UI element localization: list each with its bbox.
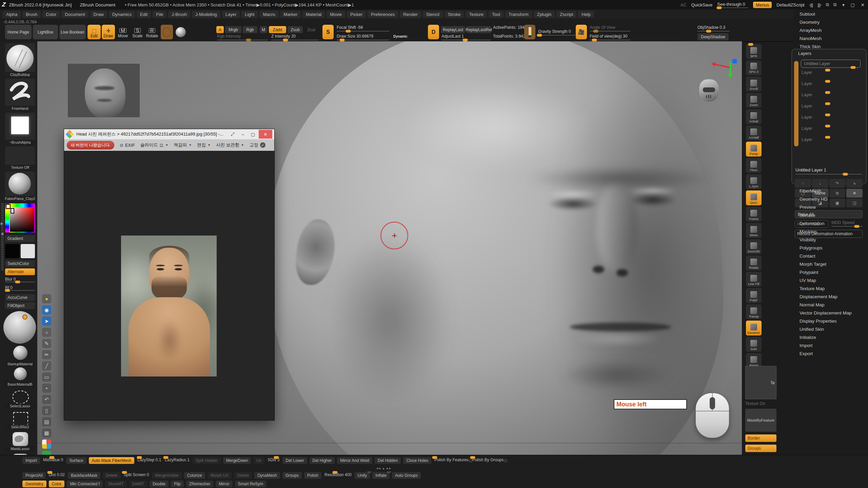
palette-section[interactable]: Masking [793,228,868,236]
replay-last-button[interactable]: ReplayLast [441,26,465,33]
menu-item[interactable]: File [153,11,166,18]
live-boolean-button[interactable]: Live Boolean [59,25,86,39]
palette-section[interactable]: Unified Skin [793,325,868,333]
menu-item[interactable]: Macro [259,11,278,18]
maskbyfeature-button[interactable]: MaskByFeature [745,409,776,432]
dynamic-label[interactable]: Dynamic [393,35,408,38]
rgb-intensity-slider[interactable]: Rgb Intensity [217,34,268,40]
palette-section[interactable]: Geometry [793,18,868,26]
restore-icon[interactable]: ▢ [851,2,855,7]
photo-minimize-icon[interactable]: – [238,130,247,138]
tray-control[interactable]: ProjectAll [22,472,46,479]
light-bulb-icon[interactable]: ● [42,294,51,303]
scroll-button[interactable]: Scroll [746,77,762,92]
gradient-button[interactable]: Gradient [5,235,35,242]
line-icon[interactable]: ╱ [42,361,51,370]
menu-item[interactable]: Layer [222,11,240,18]
cursor-icon[interactable]: ➤ [42,317,51,326]
axis-gizmo[interactable] [712,59,739,80]
lsym-toggle[interactable]: L.Sym [746,174,762,189]
tray-control[interactable]: MergeVisible [152,472,181,479]
rf-slider[interactable]: Rf 0 [5,285,35,291]
groups-toggle[interactable]: Groups [745,445,776,452]
palette-section[interactable]: Subtool [793,10,868,18]
brush-slot-masklasso[interactable]: MaskLasso [5,430,35,451]
palette-section[interactable]: Displacement Map [793,293,868,301]
tray-control[interactable]: Auto Mask FiberMesh [89,457,135,464]
tray-control[interactable]: Split Screen 0 [123,472,150,478]
border-toggle[interactable]: Border [745,434,776,442]
photo-fullscreen-icon[interactable]: ⤢ [228,130,237,138]
cascade-icon[interactable]: ⧉ [826,2,829,7]
menu-item[interactable]: Edit [137,11,151,18]
edit-button[interactable]: ⬚ Edit [87,25,101,39]
photo-library-menu[interactable]: 사진 보관함 ▼ [216,142,244,148]
tray-control[interactable]: Import [22,457,40,464]
palette-section[interactable]: Polypaint [793,268,868,277]
tray-divider-arrows[interactable]: ◂◂ ▴ ▸▸ [376,466,392,470]
trash-icon[interactable]: ▯ [42,406,51,415]
material-slot-basic[interactable]: BasicMaterialB [5,367,35,387]
polyframe-toggle[interactable]: PolyF [746,288,762,303]
bookmark-menu[interactable]: 책갈피 ▼ [174,142,192,148]
grid-icon[interactable]: ▦ [42,428,51,438]
menu-item[interactable]: Color [42,11,60,18]
menu-item[interactable]: Stencil [423,11,443,18]
menu-item[interactable]: J-Modeling [192,11,220,18]
tray-control[interactable]: Unify xyz [355,472,370,479]
menu-item[interactable]: Movie [327,11,345,18]
tray-control[interactable]: Geometry [22,481,46,487]
see-through-slider[interactable]: See-through 0 [717,2,748,8]
palette-section[interactable]: Initialize [793,333,868,342]
menu-item[interactable]: Render [400,11,421,18]
palette-section[interactable]: Normal Map [793,301,868,309]
close-icon[interactable]: ✕ [861,2,865,7]
layer-row[interactable]: Layer [801,81,861,92]
rgb-toggle[interactable]: Rgb [243,26,257,33]
tray-control[interactable]: Colorize [184,472,205,479]
palette-section[interactable]: Contact [793,252,868,260]
tray-control[interactable]: Del Higher [310,457,335,464]
main-color-swatch[interactable] [5,244,19,258]
fillobject-button[interactable]: FillObject [5,302,35,309]
transp-toggle[interactable]: Transp [746,304,762,319]
zcut-toggle[interactable]: Zcut [304,26,318,33]
menu-item[interactable]: Transform [505,11,532,18]
home-page-button[interactable]: Home Page [5,25,32,39]
rotate3d-button[interactable]: Rotate [746,256,762,270]
tray-control[interactable]: Color [49,481,65,487]
brush-preview[interactable] [161,25,173,39]
pin-toggle[interactable]: 고정 ✓ [250,142,265,148]
default-zscript-button[interactable]: DefaultZScript [776,2,804,7]
tray-control[interactable]: Delete [234,472,252,479]
draw-size-slider[interactable]: Draw Size 30.69679 [337,34,389,40]
menu-item[interactable]: Draw [90,11,107,18]
rotate-button[interactable]: R Rotate [145,25,159,39]
dynamic-toggle[interactable]: Dynamic [746,321,762,336]
menu-item[interactable]: Preferences [368,11,398,18]
zsub-toggle[interactable]: Zsub [288,26,303,33]
menu-item[interactable]: Texture [466,11,487,18]
menu-item[interactable]: Alpha [3,11,21,18]
menu-item[interactable]: Brush [22,11,41,18]
layer-rename-input[interactable]: Untitled Layer [801,60,861,68]
texture-slot[interactable]: Texture Off [5,146,35,170]
layer-row[interactable]: Layer [801,126,861,137]
menu-item[interactable]: Zplugin [534,11,555,18]
menu-item[interactable]: Tool [489,11,504,18]
eye-icon[interactable]: ◉ [42,305,51,314]
palette-section[interactable]: Import [793,342,868,350]
palette-section[interactable]: NanoMesh [793,35,868,43]
menu-item[interactable]: Help [578,11,594,18]
palette-section[interactable]: Visibility [793,236,868,244]
layer-row[interactable]: Layer [801,115,861,126]
qxyz-toggle[interactable]: Qxyz [746,190,762,205]
bpr-button[interactable]: BPR [746,44,762,59]
menu-item[interactable]: Zscript [556,11,576,18]
tray-control[interactable]: Groups [282,472,302,479]
brush-slot-claybuildup[interactable]: ClayBuildup [5,43,35,77]
tray-control[interactable]: Morph UV [208,472,232,479]
deepshadow-button[interactable]: DeepShadow [697,33,729,40]
material-slot[interactable]: FabioPaiva_Clay2 [5,171,35,201]
pencil-icon[interactable]: ✎ [42,339,51,348]
